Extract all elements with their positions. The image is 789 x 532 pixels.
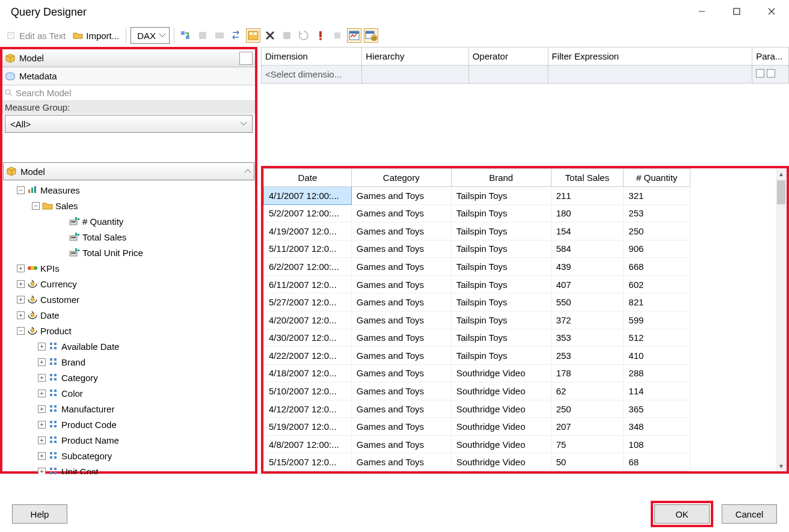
table-row[interactable]: 5/2/2007 12:00:...Games and ToysTailspin… xyxy=(264,204,690,222)
tree-node-category[interactable]: +Category xyxy=(2,370,255,385)
col-brand[interactable]: Brand xyxy=(451,169,551,187)
table-row[interactable]: 4/30/2007 12:0...Games and ToysTailspin … xyxy=(264,329,690,347)
filter-grid[interactable]: Dimension Hierarchy Operator Filter Expr… xyxy=(261,47,789,166)
tree-node-currency[interactable]: +Currency xyxy=(2,276,255,292)
design-mode-icon[interactable] xyxy=(330,28,345,43)
cell-quantity: 410 xyxy=(624,347,690,365)
edit-as-text-button[interactable]: Edit as Text xyxy=(4,29,68,42)
language-combo[interactable]: DAX xyxy=(130,27,170,44)
col-dimension[interactable]: Dimension xyxy=(262,47,362,66)
col-filter-expression[interactable]: Filter Expression xyxy=(548,47,752,66)
col-category[interactable]: Category xyxy=(351,169,451,187)
table-row[interactable]: 6/11/2007 12:0...Games and ToysTailspin … xyxy=(264,275,690,293)
expand-icon[interactable]: + xyxy=(38,343,46,350)
expand-icon[interactable]: + xyxy=(38,405,46,413)
col-parameters[interactable]: Para... xyxy=(752,47,789,66)
col-hierarchy[interactable]: Hierarchy xyxy=(362,47,468,66)
execute-icon[interactable] xyxy=(280,28,294,43)
col-quantity[interactable]: # Quantity xyxy=(624,169,690,187)
cell-brand: Southridge Video xyxy=(451,382,551,400)
svg-rect-64 xyxy=(50,394,52,396)
expand-icon[interactable]: + xyxy=(38,452,46,460)
table-row[interactable]: 6/2/2007 12:00:...Games and ToysTailspin… xyxy=(264,258,690,276)
tree-node-available_date[interactable]: +Available Date xyxy=(2,338,255,354)
tree-node-unit_cost[interactable]: +Unit Cost xyxy=(2,463,255,474)
parameters-icon[interactable]: @ xyxy=(364,28,378,43)
tree-node-manufacturer[interactable]: +Manufacturer xyxy=(2,401,255,417)
tree-node-product_name[interactable]: +Product Name xyxy=(2,432,255,448)
tree-node-kpis[interactable]: +KPIs xyxy=(2,260,255,276)
expand-icon[interactable]: + xyxy=(38,468,46,475)
table-row[interactable]: 4/8/2007 12:00:...Games and ToysSouthrid… xyxy=(264,435,690,453)
switch-icon[interactable] xyxy=(229,28,244,43)
maximize-button[interactable] xyxy=(719,0,754,23)
tree-node-subcategory[interactable]: +Subcategory xyxy=(2,448,255,463)
metadata-tab[interactable]: Metadata xyxy=(2,67,255,85)
tree-node-brand[interactable]: +Brand xyxy=(2,354,255,370)
collapse-icon[interactable]: − xyxy=(17,327,25,335)
expand-icon[interactable]: + xyxy=(17,311,25,319)
select-dimension-cell[interactable]: <Select dimensio... xyxy=(262,66,362,84)
expand-icon[interactable]: + xyxy=(38,374,46,382)
col-total-sales[interactable]: Total Sales xyxy=(551,169,624,187)
table-row[interactable]: 5/11/2007 12:0...Games and ToysTailspin … xyxy=(264,240,690,258)
table-row[interactable]: 5/15/2007 12:0...Games and ToysSouthridg… xyxy=(264,453,690,471)
expand-icon[interactable]: + xyxy=(17,296,25,304)
measure-group-combo[interactable]: <All> xyxy=(5,115,253,133)
collapse-icon[interactable]: − xyxy=(17,186,25,194)
table-row[interactable]: 4/1/2007 12:00:...Games and ToysTailspin… xyxy=(264,187,690,205)
scroll-up-icon[interactable]: ▲ xyxy=(776,168,787,179)
param-checkbox-2[interactable] xyxy=(767,69,775,78)
refresh-fields-icon[interactable] xyxy=(179,28,193,43)
collapse-icon[interactable]: − xyxy=(32,202,40,210)
add-set-icon[interactable] xyxy=(212,28,227,43)
add-member-icon[interactable] xyxy=(195,28,210,43)
ok-button[interactable]: OK xyxy=(654,504,710,524)
cancel-icon[interactable] xyxy=(313,28,328,43)
table-row[interactable]: 5/27/2007 12:0...Games and ToysTailspin … xyxy=(264,293,690,311)
tree-node-quantity[interactable]: # Quantity xyxy=(2,213,255,229)
scroll-down-icon[interactable]: ▼ xyxy=(776,460,787,471)
svg-rect-85 xyxy=(54,472,57,474)
table-row[interactable]: 5/19/2007 12:0...Games and ToysSouthridg… xyxy=(264,418,690,436)
auto-execute-icon[interactable] xyxy=(296,28,311,43)
cancel-button[interactable]: Cancel xyxy=(722,504,777,524)
scroll-thumb[interactable] xyxy=(777,180,785,204)
table-row[interactable]: 4/19/2007 12:0...Games and ToysTailspin … xyxy=(264,222,690,240)
tree-node-product_code[interactable]: +Product Code xyxy=(2,417,255,432)
cube-picker-button[interactable] xyxy=(239,52,253,65)
col-date[interactable]: Date xyxy=(264,169,352,187)
table-row[interactable]: 4/12/2007 12:0...Games and ToysSouthridg… xyxy=(264,400,690,418)
results-scrollbar[interactable]: ▲ ▼ xyxy=(776,168,787,471)
expand-icon[interactable]: + xyxy=(17,280,25,288)
expand-icon[interactable]: + xyxy=(38,421,46,429)
tree-node-total_unit_price[interactable]: Total Unit Price xyxy=(2,245,255,260)
tree-node-date[interactable]: +Date xyxy=(2,307,255,323)
expand-icon[interactable]: + xyxy=(38,358,46,366)
show-empty-icon[interactable] xyxy=(246,28,260,43)
tree-node-measures[interactable]: −Measures xyxy=(2,182,255,198)
minimize-button[interactable] xyxy=(684,0,719,23)
tree-node-customer[interactable]: +Customer xyxy=(2,292,255,307)
table-row[interactable]: 5/10/2007 12:0...Games and ToysSouthridg… xyxy=(264,382,690,400)
tree-node-product[interactable]: −Product xyxy=(2,323,255,338)
tree-node-color[interactable]: +Color xyxy=(2,385,255,401)
cube-selector[interactable]: Model xyxy=(2,49,255,67)
table-row[interactable]: 4/22/2007 12:0...Games and ToysTailspin … xyxy=(264,347,690,365)
tree-node-sales[interactable]: −Sales xyxy=(2,198,255,213)
close-button[interactable] xyxy=(754,0,789,23)
help-button[interactable]: Help xyxy=(12,504,67,524)
col-operator[interactable]: Operator xyxy=(468,47,548,66)
import-button[interactable]: Import... xyxy=(70,29,121,42)
expand-icon[interactable]: + xyxy=(38,436,46,444)
metadata-search[interactable]: Search Model xyxy=(2,85,255,101)
tree-node-total_sales[interactable]: Total Sales xyxy=(2,229,255,245)
table-row[interactable]: 4/20/2007 12:0...Games and ToysTailspin … xyxy=(264,311,690,329)
expand-icon[interactable]: + xyxy=(38,390,46,397)
param-checkbox-1[interactable] xyxy=(756,69,764,78)
delete-icon[interactable] xyxy=(263,28,277,43)
expand-icon[interactable]: + xyxy=(17,264,25,272)
query-mode-icon[interactable] xyxy=(347,28,361,43)
table-row[interactable]: 4/18/2007 12:0...Games and ToysSouthridg… xyxy=(264,364,690,382)
tree-root[interactable]: Model xyxy=(3,162,254,180)
